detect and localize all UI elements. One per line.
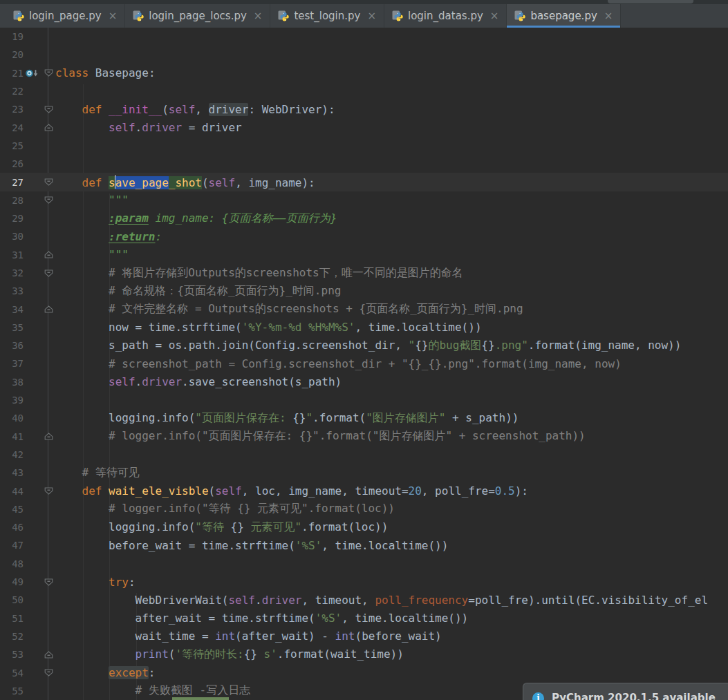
code-text[interactable]: def save_page_shot(self, img_name): [55, 176, 728, 189]
code-line-39[interactable]: 39 [0, 391, 728, 409]
code-text[interactable]: class Basepage: [55, 66, 728, 79]
code-text[interactable]: wait_time = int(after_wait) - int(before… [55, 630, 728, 643]
code-line-31[interactable]: 31 """ [0, 246, 728, 264]
code-line-33[interactable]: 33 # 命名规格：{页面名称_页面行为}_时间.png [0, 282, 728, 300]
code-line-36[interactable]: 36 s_path = os.path.join(Config.screensh… [0, 337, 728, 354]
code-line-30[interactable]: 30 :return: [0, 227, 728, 245]
code-line-35[interactable]: 35 now = time.strftime('%Y-%m-%d %H%M%S'… [0, 319, 728, 337]
fold-down-icon[interactable] [41, 178, 55, 186]
close-icon[interactable]: × [367, 10, 376, 22]
code-text[interactable]: # logger.info("等待 {} 元素可见".format(loc)) [55, 502, 728, 516]
code-line-21[interactable]: 21class Basepage: [0, 64, 728, 82]
tab-basepage.py[interactable]: basepage.py× [507, 4, 621, 28]
line-number: 44 [0, 486, 24, 497]
code-text[interactable]: # 将图片存储到Outputs的screenshots下，唯一不同的是图片的命名 [55, 266, 728, 281]
code-line-46[interactable]: 46 logging.info("等待 {} 元素可见".format(loc)… [0, 518, 728, 536]
code-line-22[interactable]: 22 [0, 82, 728, 100]
notification-text: PyCharm 2020.1.5 available [552, 692, 716, 700]
code-text[interactable]: logging.info("页面图片保存在: {}".format("图片存储图… [55, 411, 728, 426]
code-text[interactable]: except: [55, 666, 728, 679]
code-text[interactable]: s_path = os.path.join(Config.screenshot_… [55, 339, 728, 353]
code-text[interactable]: def wait_ele_visble(self, loc, img_name,… [55, 484, 728, 498]
code-line-27[interactable]: 27 def save_page_shot(self, img_name): [0, 173, 728, 191]
code-line-42[interactable]: 42 [0, 446, 728, 464]
fold-up-icon[interactable] [41, 305, 55, 313]
code-line-38[interactable]: 38 self.driver.save_screenshot(s_path) [0, 373, 728, 391]
code-text[interactable]: after_wait = time.strftime('%S', time.lo… [55, 612, 728, 625]
code-line-19[interactable]: 19 [0, 28, 728, 46]
update-notification-balloon[interactable]: i PyCharm 2020.1.5 available [523, 683, 728, 700]
code-line-45[interactable]: 45 # logger.info("等待 {} 元素可见".format(loc… [0, 500, 728, 518]
code-line-37[interactable]: 37 # screenshot_path = Config.screenshot… [0, 354, 728, 372]
fold-down-icon[interactable] [41, 269, 55, 277]
code-line-25[interactable]: 25 [0, 137, 728, 155]
code-text[interactable]: print('等待的时长:{} s'.format(wait_time)) [55, 647, 728, 662]
code-line-29[interactable]: 29 :param img_name: {页面名称——页面行为} [0, 209, 728, 227]
code-line-32[interactable]: 32 # 将图片存储到Outputs的screenshots下，唯一不同的是图片… [0, 264, 728, 282]
fold-down-icon[interactable] [41, 578, 55, 586]
fold-up-icon[interactable] [41, 124, 55, 131]
code-text[interactable]: # 等待可见 [55, 466, 728, 480]
code-line-20[interactable]: 20 [0, 46, 728, 64]
code-line-40[interactable]: 40 logging.info("页面图片保存在: {}".format("图片… [0, 409, 728, 427]
close-icon[interactable]: × [254, 10, 263, 22]
tab-test_login.py[interactable]: test_login.py× [270, 4, 384, 28]
line-number: 50 [0, 594, 24, 605]
editor-tabs: login_page.py× login_page_locs.py× test_… [0, 4, 728, 28]
code-text[interactable]: try: [55, 576, 728, 589]
code-line-53[interactable]: 53 print('等待的时长:{} s'.format(wait_time)) [0, 645, 728, 663]
code-text[interactable]: logging.info("等待 {} 元素可见".format(loc)) [55, 520, 728, 535]
line-number: 33 [0, 285, 24, 296]
info-icon: i [532, 692, 544, 700]
tab-login_datas.py[interactable]: login_datas.py× [384, 4, 507, 28]
code-line-49[interactable]: 49 try: [0, 573, 728, 591]
code-line-47[interactable]: 47 before_wait = time.strftime('%S', tim… [0, 536, 728, 554]
code-text[interactable]: def __init__(self, driver: WebDriver): [55, 103, 728, 116]
fold-down-icon[interactable] [41, 106, 55, 113]
code-editor[interactable]: 192021class Basepage:2223 def __init__(s… [0, 28, 728, 700]
code-line-51[interactable]: 51 after_wait = time.strftime('%S', time… [0, 609, 728, 627]
code-line-26[interactable]: 26 [0, 155, 728, 173]
line-number: 51 [0, 613, 24, 624]
code-text[interactable]: before_wait = time.strftime('%S', time.l… [55, 539, 728, 552]
line-number: 29 [0, 213, 24, 224]
code-text[interactable]: :param img_name: {页面名称——页面行为} [55, 211, 728, 226]
fold-down-icon[interactable] [41, 196, 55, 204]
close-icon[interactable]: × [604, 10, 613, 22]
fold-up-icon[interactable] [41, 433, 55, 440]
code-text[interactable]: # logger.info("页面图片保存在: {}".format("图片存储… [55, 429, 728, 444]
line-number: 26 [0, 158, 24, 169]
tab-login_page.py[interactable]: login_page.py× [6, 4, 125, 28]
code-line-43[interactable]: 43 # 等待可见 [0, 464, 728, 482]
code-line-28[interactable]: 28 """ [0, 191, 728, 209]
fold-down-icon[interactable] [41, 69, 55, 77]
code-text[interactable]: # screenshot_path = Config.screenshot_di… [55, 357, 728, 370]
code-line-48[interactable]: 48 [0, 555, 728, 573]
code-line-52[interactable]: 52 wait_time = int(after_wait) - int(bef… [0, 627, 728, 645]
override-marker-icon[interactable] [24, 68, 41, 78]
code-line-24[interactable]: 24 self.driver = driver [0, 118, 728, 136]
code-line-34[interactable]: 34 # 文件完整名称 = Outputs的screenshots + {页面名… [0, 300, 728, 318]
code-text[interactable]: # 命名规格：{页面名称_页面行为}_时间.png [55, 284, 728, 299]
fold-up-icon[interactable] [41, 651, 55, 659]
code-text[interactable]: """ [55, 248, 728, 261]
code-text[interactable]: now = time.strftime('%Y-%m-%d %H%M%S', t… [55, 321, 728, 334]
code-text[interactable]: :return: [55, 230, 728, 243]
code-text[interactable]: self.driver.save_screenshot(s_path) [55, 375, 728, 388]
code-line-44[interactable]: 44 def wait_ele_visble(self, loc, img_na… [0, 482, 728, 500]
pycharm-window: { "tabbar": {"close_glyph": "×"}, "tabs"… [0, 0, 728, 700]
close-icon[interactable]: × [490, 10, 499, 22]
code-text[interactable]: WebDriverWait(self.driver, timeout, poll… [55, 594, 728, 607]
code-text[interactable]: # 文件完整名称 = Outputs的screenshots + {页面名称_页… [55, 302, 728, 316]
fold-up-icon[interactable] [41, 251, 55, 258]
fold-down-icon[interactable] [41, 487, 55, 495]
close-icon[interactable]: × [109, 10, 118, 22]
code-line-41[interactable]: 41 # logger.info("页面图片保存在: {}".format("图… [0, 428, 728, 446]
code-text[interactable]: """ [55, 193, 728, 207]
fold-down-icon[interactable] [41, 669, 55, 677]
code-text[interactable]: self.driver = driver [55, 121, 728, 134]
code-line-23[interactable]: 23 def __init__(self, driver: WebDriver)… [0, 100, 728, 118]
code-line-50[interactable]: 50 WebDriverWait(self.driver, timeout, p… [0, 591, 728, 609]
tab-login_page_locs.py[interactable]: login_page_locs.py× [125, 4, 270, 28]
code-line-54[interactable]: 54 except: [0, 663, 728, 681]
